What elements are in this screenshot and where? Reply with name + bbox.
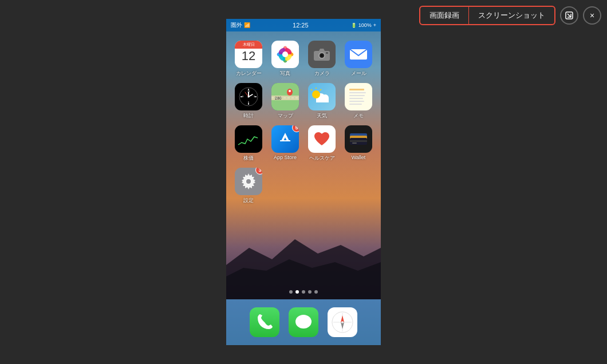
calendar-label: カレンダー bbox=[236, 70, 262, 77]
svg-rect-17 bbox=[326, 52, 328, 54]
svg-point-58 bbox=[295, 315, 312, 329]
close-icon: × bbox=[590, 11, 594, 20]
app-item-mail[interactable]: メール bbox=[343, 41, 374, 77]
photos-icon bbox=[271, 41, 299, 68]
clock-label: 時計 bbox=[243, 112, 254, 120]
stocks-label: 株価 bbox=[243, 155, 254, 162]
camera-icon bbox=[308, 41, 336, 68]
dock bbox=[226, 299, 381, 345]
record-button-group: 画面録画 スクリーンショット bbox=[419, 6, 555, 25]
app-item-weather[interactable]: 天気 bbox=[306, 83, 337, 120]
page-dot-1 bbox=[295, 290, 299, 294]
page-dot-3 bbox=[308, 290, 312, 294]
appstore-icon: 5 bbox=[271, 125, 299, 153]
weather-label: 天気 bbox=[317, 112, 327, 120]
app-item-stocks[interactable]: 株価 bbox=[233, 125, 264, 162]
svg-point-32 bbox=[248, 96, 250, 98]
status-battery: 🔋 100% + bbox=[351, 22, 376, 28]
svg-rect-55 bbox=[352, 143, 357, 144]
screen-record-button[interactable]: 画面録画 bbox=[420, 7, 469, 24]
app-item-health[interactable]: ヘルスケア bbox=[306, 125, 337, 162]
app-item-notes[interactable]: メモ bbox=[343, 83, 374, 120]
calendar-icon: 木曜日 12 bbox=[235, 41, 262, 68]
appstore-label: App Store bbox=[274, 155, 297, 160]
wallet-icon bbox=[345, 125, 372, 153]
svg-point-39 bbox=[289, 90, 291, 92]
settings-label: 設定 bbox=[243, 197, 254, 204]
app-grid: 木曜日 12 カレンダー bbox=[226, 36, 381, 209]
app-item-appstore[interactable]: 5 App Store bbox=[270, 125, 301, 162]
calendar-date: 12 bbox=[242, 50, 255, 62]
page-dot-2 bbox=[302, 290, 305, 294]
dock-phone[interactable] bbox=[250, 307, 279, 337]
status-time: 12:25 bbox=[293, 22, 309, 29]
svg-line-46 bbox=[320, 89, 321, 90]
svg-point-44 bbox=[312, 90, 320, 98]
notes-label: メモ bbox=[353, 112, 364, 120]
app-item-maps[interactable]: 280 マップ bbox=[270, 83, 301, 120]
svg-point-16 bbox=[321, 54, 323, 57]
mail-label: メール bbox=[351, 70, 366, 77]
app-item-wallet[interactable]: Wallet bbox=[343, 125, 374, 162]
photos-label: 写真 bbox=[280, 70, 290, 77]
screenshot-button[interactable]: スクリーンショット bbox=[469, 7, 554, 24]
app-item-photos[interactable]: 写真 bbox=[270, 41, 301, 77]
top-controls: 画面録画 スクリーンショット × bbox=[419, 6, 601, 25]
close-button[interactable]: × bbox=[583, 6, 601, 25]
status-bar: 圏外 📶 12:25 🔋 100% + bbox=[226, 19, 381, 31]
stocks-icon bbox=[235, 125, 262, 153]
phone-simulator: 圏外 📶 12:25 🔋 100% + 木曜日 12 カレンダー bbox=[226, 19, 381, 345]
svg-line-47 bbox=[311, 89, 312, 90]
dock-safari[interactable] bbox=[328, 307, 357, 337]
expand-button[interactable] bbox=[560, 6, 578, 25]
weather-icon bbox=[308, 83, 336, 110]
health-icon bbox=[308, 125, 336, 153]
mountains bbox=[226, 231, 381, 299]
health-label: ヘルスケア bbox=[309, 155, 335, 162]
status-carrier: 圏外 📶 bbox=[231, 21, 250, 29]
dock-messages[interactable] bbox=[289, 307, 318, 337]
svg-rect-43 bbox=[316, 98, 329, 102]
calendar-day-label: 木曜日 bbox=[235, 41, 262, 49]
battery-icon: 🔋 bbox=[351, 23, 357, 28]
page-dot-4 bbox=[314, 290, 318, 294]
notes-icon bbox=[345, 83, 372, 110]
svg-line-1 bbox=[567, 14, 571, 17]
svg-rect-48 bbox=[237, 132, 260, 151]
settings-icon: 3 bbox=[235, 168, 262, 195]
camera-label: カメラ bbox=[314, 70, 330, 77]
maps-label: マップ bbox=[278, 112, 293, 120]
page-dot-0 bbox=[289, 290, 293, 294]
mail-icon bbox=[345, 41, 372, 68]
clock-icon: 12 3 6 9 bbox=[235, 83, 262, 110]
phone-screen: 圏外 📶 12:25 🔋 100% + 木曜日 12 カレンダー bbox=[226, 19, 381, 345]
svg-point-57 bbox=[246, 179, 251, 184]
wifi-icon: 📶 bbox=[244, 22, 250, 28]
wallet-label: Wallet bbox=[352, 155, 366, 160]
app-item-calendar[interactable]: 木曜日 12 カレンダー bbox=[233, 41, 264, 77]
svg-point-12 bbox=[282, 52, 288, 57]
app-item-settings[interactable]: 3 設定 bbox=[233, 168, 264, 204]
app-item-clock[interactable]: 12 3 6 9 時計 bbox=[233, 83, 264, 120]
page-dots bbox=[226, 290, 381, 294]
app-item-camera[interactable]: カメラ bbox=[306, 41, 337, 77]
maps-icon: 280 bbox=[271, 83, 299, 110]
svg-rect-54 bbox=[350, 140, 367, 142]
